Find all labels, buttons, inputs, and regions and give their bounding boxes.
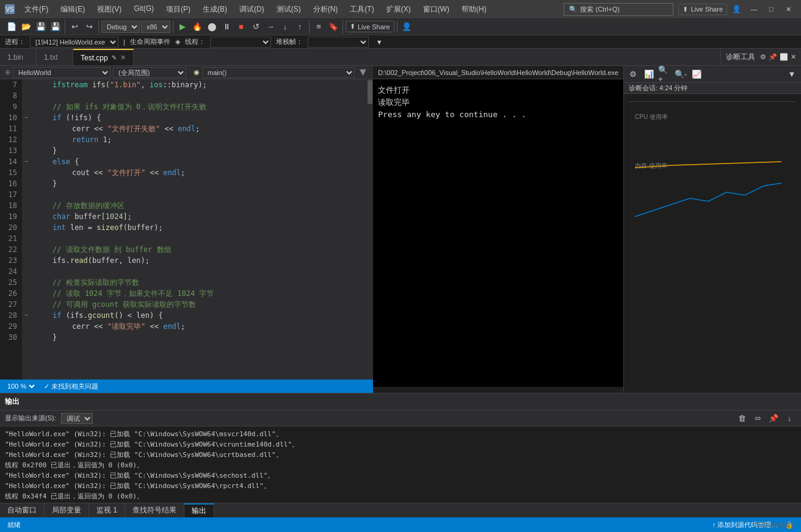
close-button[interactable]: ✕	[780, 3, 796, 15]
scope-select[interactable]: (全局范围)	[113, 67, 186, 78]
output-content[interactable]: "HelloWorld.exe" (Win32): 已加载 "C:\Window…	[0, 426, 801, 503]
search-box[interactable]: 🔍 搜索 (Ctrl+Q)	[564, 3, 673, 16]
open-icon[interactable]: 📂	[20, 20, 33, 34]
stop-icon[interactable]: ■	[234, 20, 248, 34]
code-line-19: char buffer[1024];	[24, 211, 367, 222]
code-content[interactable]: ifstream ifs("1.bin", ios::binary); // 如…	[22, 79, 367, 379]
tab-testcpp[interactable]: Test.cpp ✎ ✕	[73, 49, 134, 65]
menu-file[interactable]: 文件(F)	[20, 3, 53, 16]
editor-scrollbar[interactable]	[367, 79, 373, 379]
menu-view[interactable]: 视图(V)	[92, 3, 126, 16]
bottom-tab-watch[interactable]: 监视 1	[89, 503, 125, 517]
start-debug-icon[interactable]: ▶	[176, 20, 189, 34]
debug-config-select[interactable]: Debug	[101, 21, 140, 33]
diag-zoom-in-icon[interactable]: 🔍+	[658, 68, 672, 81]
output-wrap-icon[interactable]: ⬄	[751, 412, 764, 425]
maximize-button[interactable]: □	[763, 3, 779, 15]
undo-icon[interactable]: ↩	[68, 20, 81, 34]
user-icon[interactable]: 👤	[732, 5, 741, 13]
menu-build[interactable]: 生成(B)	[198, 3, 232, 16]
breakpoint-icon[interactable]: ⬤	[205, 20, 219, 34]
editor-path-bar: ⊕ HelloWorld (全局范围) ◉ main() ▼	[0, 66, 373, 79]
menu-tools[interactable]: 工具(T)	[345, 3, 379, 16]
pause-icon[interactable]: ⏸	[220, 20, 233, 34]
tab-modified-icon: ✎	[112, 54, 117, 61]
code-line-14: −else {	[24, 156, 367, 167]
save-icon[interactable]: 💾	[34, 20, 48, 34]
watermark-text: CSDN @韩骕亮	[753, 522, 796, 528]
step-out-icon[interactable]: ↑	[293, 20, 306, 34]
expand-icon[interactable]: ▼	[357, 66, 368, 79]
code-line-20: int len = sizeof(buffer);	[24, 222, 367, 233]
output-source-select[interactable]: 调试	[61, 413, 93, 424]
tab-1txt[interactable]: 1.txt	[37, 49, 73, 65]
diag-cpu-icon[interactable]: ⚙	[626, 68, 640, 81]
minimize-button[interactable]: —	[746, 3, 762, 15]
output-clear-icon[interactable]: 🗑	[735, 412, 748, 425]
function-select[interactable]: main()	[202, 67, 355, 78]
diag-chart-icon[interactable]: 📈	[690, 68, 703, 81]
bookmark-icon[interactable]: 🔖	[327, 20, 340, 34]
menu-git[interactable]: Git(G)	[129, 3, 159, 16]
console-scroll-h[interactable]	[373, 387, 623, 393]
menu-window[interactable]: 窗口(W)	[418, 3, 454, 16]
format-icon[interactable]: ≡	[312, 20, 325, 34]
diag-toolbar: ⚙ 📊 🔍+ 🔍- 📈 ▼	[624, 66, 801, 83]
bottom-tab-output[interactable]: 输出	[184, 503, 214, 517]
diag-pin-icon[interactable]: 📌	[769, 53, 777, 61]
code-line-29: cerr << "读取完毕" << endl;	[24, 321, 367, 332]
code-line-8	[24, 90, 367, 101]
save-all-icon[interactable]: 💾	[49, 20, 62, 34]
bottom-tab-auto[interactable]: 自动窗口	[0, 503, 45, 517]
output-line-4: 线程 0x2f00 已退出，返回值为 0 (0x0)。	[5, 460, 796, 470]
diagnostic-panel: ⚙ 📊 🔍+ 🔍- 📈 ▼ 诊断会话: 4:24 分钟 CPU 使用率	[623, 66, 801, 393]
process-select[interactable]: [19412] HelloWorld.exe	[30, 37, 118, 48]
new-file-icon[interactable]: 📄	[5, 20, 18, 34]
scrollbar-thumb[interactable]	[368, 80, 372, 104]
menu-project[interactable]: 项目(P)	[161, 3, 195, 16]
bottom-tab-output-label: 输出	[192, 506, 206, 516]
diag-float-icon[interactable]: ⬜	[780, 53, 788, 61]
bottom-tab-find-symbol[interactable]: 查找符号结果	[125, 503, 184, 517]
diag-mem-icon[interactable]: 📊	[642, 68, 656, 81]
menu-test[interactable]: 测试(S)	[272, 3, 306, 16]
tab-1bin[interactable]: 1.bin	[0, 49, 37, 65]
platform-select[interactable]: x86	[141, 21, 170, 33]
output-line-5: "HelloWorld.exe" (Win32): 已加载 "C:\Window…	[5, 470, 796, 481]
bottom-tab-locals[interactable]: 局部变量	[45, 503, 89, 517]
console-body[interactable]: 文件打开 读取完毕 Press any key to continue . . …	[373, 79, 623, 387]
svg-text:CPU 使用率: CPU 使用率	[635, 113, 668, 120]
live-share-toolbar-btn[interactable]: ⬆ Live Share	[346, 21, 394, 32]
tab-close-icon[interactable]: ✕	[120, 54, 126, 62]
stack-select[interactable]	[308, 37, 369, 48]
diag-scrollbar-v-icon[interactable]: ▼	[785, 68, 799, 81]
menu-debug[interactable]: 调试(D)	[234, 3, 269, 16]
console-path: D:\002_Project\006_Visual_Studio\HelloWo…	[378, 69, 618, 76]
menu-analyze[interactable]: 分析(N)	[308, 3, 343, 16]
separator-icon: |	[123, 38, 125, 46]
toolbar-undo-group: ↩ ↪	[65, 20, 99, 34]
zoom-select[interactable]: 100 %	[5, 382, 37, 390]
class-select[interactable]: HelloWorld	[13, 67, 111, 78]
editor-scroll-area[interactable]: 7891011 1213141516 1718192021 2223242526…	[0, 79, 373, 379]
profile-icon[interactable]: 👤	[400, 20, 413, 34]
output-line-1: "HelloWorld.exe" (Win32): 已加载 "C:\Window…	[5, 429, 796, 439]
restart-icon[interactable]: ↺	[249, 20, 263, 34]
fire-icon[interactable]: 🔥	[190, 20, 204, 34]
diag-body[interactable]: CPU 使用率 内存 使用率	[624, 94, 801, 393]
diag-zoom-out-icon[interactable]: 🔍-	[674, 68, 687, 81]
redo-icon[interactable]: ↪	[82, 20, 96, 34]
step-into-icon[interactable]: ↓	[278, 20, 292, 34]
menu-edit[interactable]: 编辑(E)	[56, 3, 90, 16]
thread-select[interactable]	[210, 37, 271, 48]
process-label: 进程：	[5, 37, 25, 46]
output-scroll-icon[interactable]: ↓	[783, 412, 796, 425]
diagnostic-tab[interactable]: 诊断工具 ⚙ 📌 ⬜ ✕	[720, 49, 801, 65]
diag-settings-icon[interactable]: ⚙	[760, 53, 766, 61]
live-share-button[interactable]: ⬆ Live Share	[678, 4, 727, 15]
diag-close-icon[interactable]: ✕	[791, 53, 796, 61]
menu-extensions[interactable]: 扩展(X)	[382, 3, 416, 16]
menu-help[interactable]: 帮助(H)	[457, 3, 491, 16]
step-over-icon[interactable]: →	[264, 20, 277, 34]
output-pin-icon[interactable]: 📌	[767, 412, 780, 425]
